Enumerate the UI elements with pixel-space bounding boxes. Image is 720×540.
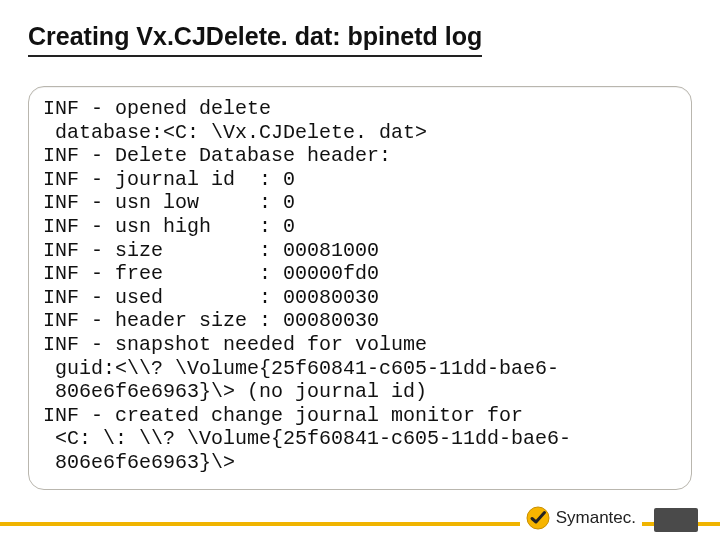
footer: Symantec. [0, 494, 720, 540]
slide: Creating Vx.CJDelete. dat: bpinetd log I… [0, 0, 720, 540]
brand: Symantec. [520, 506, 642, 530]
brand-name: Symantec. [556, 508, 636, 528]
page-title: Creating Vx.CJDelete. dat: bpinetd log [28, 22, 482, 57]
check-circle-icon [526, 506, 550, 530]
log-text: INF - opened delete database:<C: \Vx.CJD… [43, 97, 677, 475]
slide-number-tab [654, 508, 698, 532]
log-panel: INF - opened delete database:<C: \Vx.CJD… [28, 86, 692, 490]
